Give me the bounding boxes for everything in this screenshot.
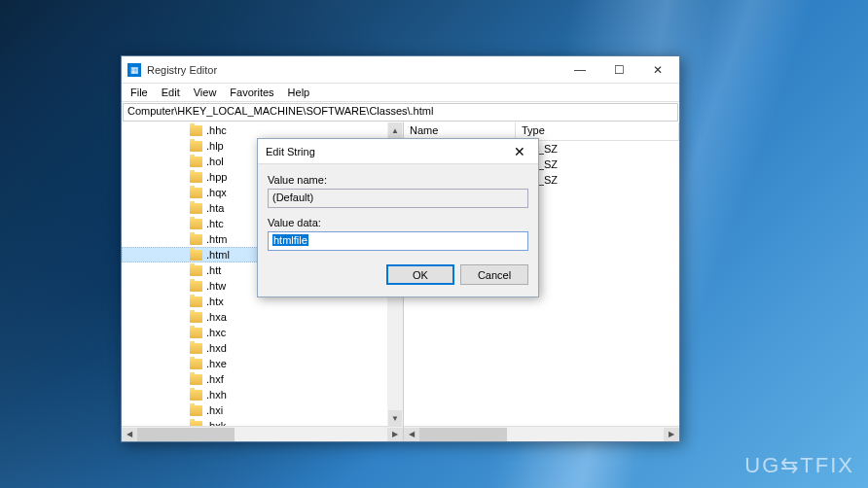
tree-item-label: .htt <box>206 264 221 276</box>
tree-item-hxi[interactable]: .hxi <box>122 402 403 418</box>
tree-item-label: .hta <box>206 202 224 214</box>
values-hscroll-left-icon[interactable]: ◀ <box>404 428 419 441</box>
folder-icon <box>190 234 202 245</box>
tree-item-label: .htx <box>206 296 224 307</box>
tree-item-label: .htm <box>206 233 227 245</box>
folder-icon <box>190 250 202 261</box>
tree-item-label: .hxf <box>206 373 224 385</box>
tree-item-label: .hhc <box>206 124 227 136</box>
value-data-input[interactable] <box>268 231 528 251</box>
folder-icon <box>190 343 202 354</box>
dialog-title: Edit String <box>266 146 505 157</box>
minimize-button[interactable]: — <box>561 57 599 83</box>
scroll-up-icon[interactable]: ▲ <box>388 122 402 138</box>
tree-item-label: .hpp <box>206 171 227 183</box>
tree-item-hxf[interactable]: .hxf <box>122 371 403 387</box>
tree-item-label: .hol <box>206 156 224 167</box>
dialog-titlebar: Edit String ✕ <box>258 139 538 164</box>
tree-hscroll-thumb[interactable] <box>137 428 235 441</box>
tree-item-label: .hxd <box>206 342 227 354</box>
tree-item-label: .hxc <box>206 327 226 338</box>
folder-icon <box>190 265 202 276</box>
maximize-button[interactable]: ☐ <box>599 57 638 83</box>
tree-item-hxc[interactable]: .hxc <box>122 325 403 340</box>
menu-file[interactable]: File <box>124 85 155 100</box>
folder-icon <box>190 359 202 369</box>
value-type: REG_SZ <box>515 158 679 170</box>
tree-item-label: .hxa <box>206 311 227 323</box>
folder-icon <box>190 312 202 323</box>
value-data-label: Value data: <box>268 217 528 228</box>
tree-hscroll-left-icon[interactable]: ◀ <box>122 428 137 441</box>
tree-item-label: .hlp <box>206 140 224 152</box>
menu-edit[interactable]: Edit <box>155 85 187 100</box>
folder-icon <box>190 328 202 338</box>
tree-item-label: .htc <box>206 218 224 229</box>
folder-icon <box>190 421 202 427</box>
tree-item-label: .html <box>206 249 230 261</box>
folder-icon <box>190 125 202 136</box>
values-hscroll-thumb[interactable] <box>419 428 507 441</box>
tree-item-label: .hxh <box>206 389 227 401</box>
cancel-button[interactable]: Cancel <box>460 264 528 285</box>
value-name-field: (Default) <box>268 189 528 208</box>
tree-item-hxh[interactable]: .hxh <box>122 387 403 402</box>
watermark: UG⇆TFIX <box>744 453 854 478</box>
edit-string-dialog: Edit String ✕ Value name: (Default) Valu… <box>257 138 539 297</box>
folder-icon <box>190 203 202 214</box>
col-type[interactable]: Type <box>516 122 679 140</box>
value-name-label: Value name: <box>268 174 528 186</box>
tree-item-label: .hxe <box>206 358 227 369</box>
folder-icon <box>190 141 202 152</box>
tree-item-label: .hqx <box>206 187 227 198</box>
tree-hscroll-right-icon[interactable]: ▶ <box>387 428 403 441</box>
tree-item-label: .htw <box>206 280 226 292</box>
menu-view[interactable]: View <box>187 85 224 100</box>
menu-help[interactable]: Help <box>281 85 317 100</box>
folder-icon <box>190 374 202 385</box>
folder-icon <box>190 172 202 183</box>
value-type: REG_SZ <box>515 174 679 186</box>
tree-item-label: .hxi <box>206 404 223 416</box>
close-button[interactable]: ✕ <box>638 57 677 83</box>
folder-icon <box>190 188 202 198</box>
values-hscroll-right-icon[interactable]: ▶ <box>664 428 679 441</box>
folder-icon <box>190 296 202 307</box>
folder-icon <box>190 405 202 416</box>
address-bar[interactable]: Computer\HKEY_LOCAL_MACHINE\SOFTWARE\Cla… <box>123 103 678 122</box>
tree-item-hxd[interactable]: .hxd <box>122 340 403 356</box>
value-type: REG_SZ <box>515 143 679 155</box>
dialog-close-button[interactable]: ✕ <box>505 141 534 162</box>
tree-item-hxe[interactable]: .hxe <box>122 356 403 371</box>
tree-item-label: .hxk <box>206 420 226 426</box>
folder-icon <box>190 157 202 167</box>
tree-item-hxa[interactable]: .hxa <box>122 309 403 325</box>
scroll-down-icon[interactable]: ▼ <box>388 410 402 426</box>
app-icon: ▦ <box>127 63 141 77</box>
folder-icon <box>190 281 202 292</box>
menubar: File Edit View Favorites Help <box>122 84 679 102</box>
tree-item-hxk[interactable]: .hxk <box>122 418 403 426</box>
folder-icon <box>190 390 202 401</box>
titlebar: ▦ Registry Editor — ☐ ✕ <box>122 56 679 84</box>
tree-item-hhc[interactable]: .hhc <box>122 122 403 138</box>
menu-favorites[interactable]: Favorites <box>223 85 280 100</box>
ok-button[interactable]: OK <box>386 264 454 285</box>
window-title: Registry Editor <box>147 64 561 76</box>
folder-icon <box>190 219 202 229</box>
hscrollbar: ◀ ▶ ◀ ▶ <box>122 426 679 441</box>
